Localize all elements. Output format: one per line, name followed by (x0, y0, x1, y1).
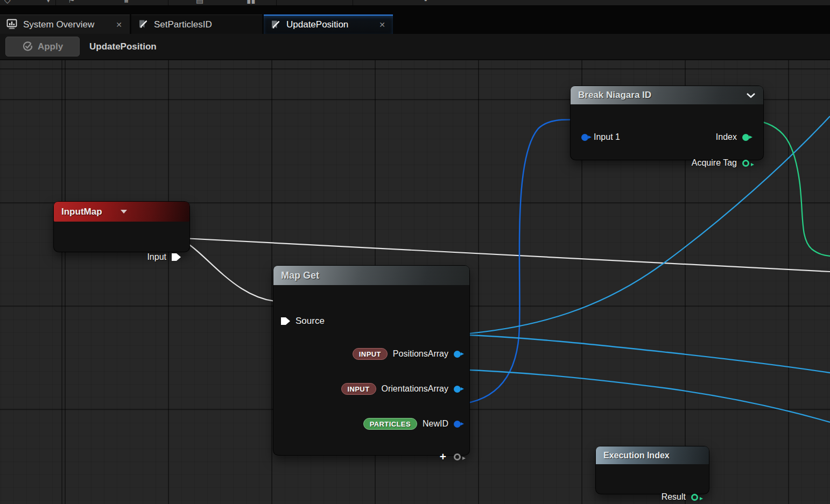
pin-source-exec[interactable] (281, 317, 290, 325)
node-break-niagara-id[interactable]: Break Niagara ID Input 1 Index Acqui (571, 86, 763, 160)
close-icon[interactable]: ✕ (378, 20, 386, 29)
node-title: Break Niagara ID (578, 90, 651, 101)
wire-positions-to-right[interactable] (457, 335, 830, 373)
add-pin-icon[interactable]: + (440, 451, 446, 462)
tab-bar: System Overview ✕ SetParticlesID (0, 6, 830, 34)
pin-newid[interactable] (454, 421, 461, 428)
pin-label: Input 1 (594, 132, 620, 142)
pin-label: PositionsArray (393, 349, 448, 359)
pin-input-exec[interactable] (172, 253, 181, 261)
node-title: InputMap (61, 207, 102, 217)
namespace-badge-particles: PARTICLES (363, 418, 417, 430)
namespace-badge-input: INPUT (353, 348, 388, 360)
crown-icon: ♛ (123, 0, 130, 5)
close-icon[interactable]: ✕ (115, 20, 123, 29)
script-title: UpdatePosition (89, 41, 157, 52)
dropdown-caret-icon: ▾ (46, 0, 51, 5)
niagara-script-editor-window: ◇ ▾ ⚑ ♛ ▤ ▮▮ ▪ System Overview ✕ (0, 0, 830, 504)
pin-input-1[interactable] (581, 134, 588, 141)
wire-inputmap-to-source[interactable] (173, 238, 283, 302)
tab-system-overview[interactable]: System Overview ✕ (0, 15, 130, 34)
toolbar-divider (55, 0, 56, 5)
wire-index-to-right[interactable] (752, 120, 830, 256)
apply-button[interactable]: Apply (5, 37, 80, 56)
system-overview-icon (6, 19, 18, 30)
wire-inputmap-to-right[interactable] (173, 238, 830, 272)
pin-label: Acquire Tag (692, 158, 737, 168)
wire-newid-to-input1[interactable] (457, 119, 585, 404)
pin-label: NewID (423, 419, 448, 429)
pin-label: OrientationsArray (382, 384, 449, 394)
namespace-badge-input: INPUT (341, 383, 376, 395)
tab-updateposition-active[interactable]: UpdatePosition ✕ (264, 15, 393, 34)
pin-acquire-tag[interactable] (742, 160, 749, 167)
pin-label: Result (662, 492, 686, 502)
top-toolbar-strip: ◇ ▾ ⚑ ♛ ▤ ▮▮ ▪ (0, 0, 830, 6)
graph-canvas[interactable]: Break Niagara ID Input 1 Index Acqui (0, 60, 830, 504)
node-inputmap[interactable]: InputMap Input (54, 202, 189, 252)
pin-positions-array[interactable] (454, 351, 461, 358)
node-map-get[interactable]: Map Get Source INPUT PositionsArray INPU… (273, 266, 469, 455)
tab-label: System Overview (23, 19, 94, 30)
script-edit-icon (270, 19, 282, 31)
apply-icon (22, 41, 33, 52)
toolbar-divider (353, 0, 353, 5)
node-execution-index[interactable]: Execution Index Result (596, 446, 709, 494)
dropdown-caret-icon[interactable] (121, 210, 127, 214)
chevron-down-icon[interactable] (746, 93, 756, 98)
apply-button-label: Apply (38, 41, 63, 52)
tab-label: UpdatePosition (286, 19, 348, 30)
small-icon-fragment: ▪ (424, 0, 427, 5)
node-title: Execution Index (603, 451, 670, 460)
pin-result[interactable] (691, 494, 698, 501)
pin-orientations-array[interactable] (454, 386, 461, 393)
pin-label: Input (147, 252, 166, 262)
toolbar-divider (276, 0, 277, 5)
tab-setparticlesid[interactable]: SetParticlesID (131, 15, 262, 34)
toolbar-divider (168, 0, 168, 5)
pin-add-placeholder[interactable] (454, 453, 461, 460)
node-title: Map Get (281, 270, 319, 281)
flag-icon: ⚑ (68, 0, 75, 5)
pin-label: Index (716, 132, 737, 142)
script-toolbar: Apply UpdatePosition (0, 34, 830, 60)
box-select-icon: ◇ (4, 0, 11, 5)
stats-icon: ▮▮ (247, 0, 256, 5)
ruler-icon: ▤ (196, 0, 203, 5)
pin-label: Source (296, 316, 325, 326)
script-edit-icon (138, 19, 149, 30)
tab-label: SetParticlesID (154, 19, 212, 30)
wire-orientations-to-right[interactable] (457, 370, 830, 422)
pin-index[interactable] (742, 134, 749, 141)
